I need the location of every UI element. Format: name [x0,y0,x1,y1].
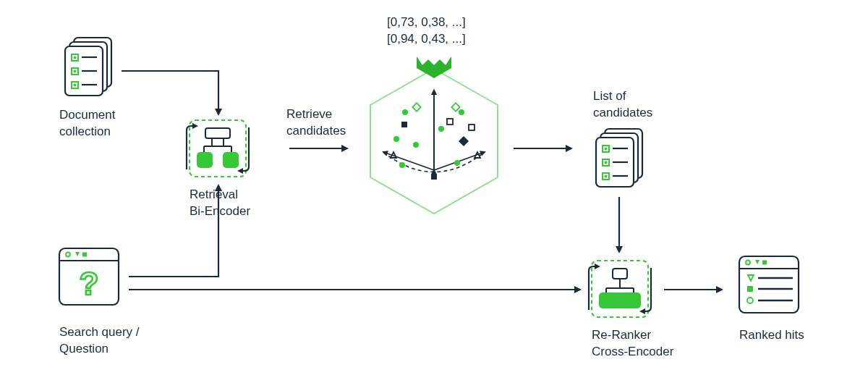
retrieval-bi-encoder-label: Retrieval Bi-Encoder [190,187,250,220]
svg-rect-73 [747,286,753,292]
vectors-line2: [0,94, 0,43, ...] [387,31,466,48]
list-of-candidates-label: List of candidates [593,88,652,122]
retrieve-candidates-label: Retrieve candidates [286,106,346,140]
svg-rect-58 [82,253,87,257]
document-collection-icon [65,38,111,96]
svg-point-52 [605,175,608,178]
svg-point-46 [605,148,608,151]
svg-rect-32 [431,174,437,180]
vector-space-hexagon-icon [370,69,498,214]
svg-rect-70 [762,261,767,265]
svg-point-29 [438,126,444,132]
svg-point-7 [74,70,77,73]
svg-point-27 [413,142,419,148]
search-query-label: Search query / Question [59,324,140,358]
svg-point-26 [402,109,408,115]
svg-point-41 [399,162,405,168]
svg-point-28 [393,136,399,142]
svg-rect-31 [401,122,407,127]
retrieval-bi-encoder-icon [187,120,249,177]
document-collection-label: Document collection [59,107,115,140]
svg-rect-19 [197,152,213,168]
re-ranker-label: Re-Ranker Cross-Encoder [592,327,673,361]
svg-rect-65 [599,292,641,308]
svg-point-49 [605,161,608,164]
svg-point-40 [454,160,460,166]
svg-rect-20 [223,152,239,168]
list-of-candidates-icon [596,129,642,187]
svg-point-30 [459,109,464,115]
ranked-hits-window-icon [739,256,799,313]
ranked-hits-label: Ranked hits [739,327,804,344]
search-query-window-icon: ? [59,248,119,305]
svg-rect-13 [205,128,230,138]
svg-point-10 [74,84,77,87]
arrow-docs-to-encoder [122,71,218,114]
question-mark-icon: ? [80,266,99,301]
svg-point-4 [74,56,77,59]
vectors-line1: [0,73, 0,38, ...] [387,14,466,31]
svg-rect-60 [613,269,627,279]
re-ranker-cross-encoder-icon [589,261,651,317]
